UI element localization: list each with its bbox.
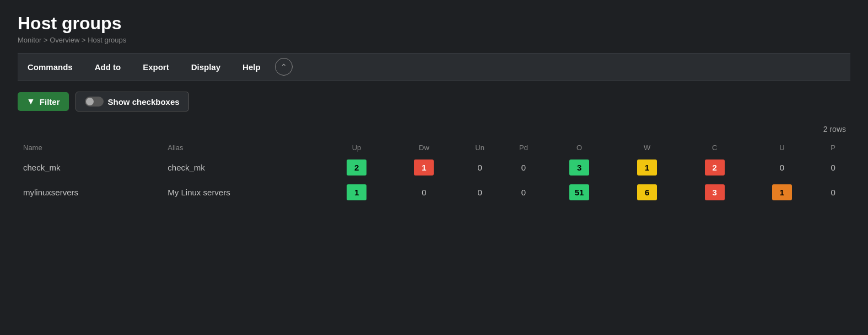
badge-o-0: 3 [569, 159, 589, 176]
table-body: check_mkcheck_mk210031200mylinuxserversM… [18, 155, 850, 205]
col-header-up: Up [323, 140, 390, 155]
filter-icon: ▼ [26, 97, 35, 107]
page-title: Host groups [18, 13, 850, 34]
toolbar-btn-display[interactable]: Display [181, 59, 230, 75]
cell-un-0: 0 [458, 155, 502, 180]
badge-up-0: 2 [347, 159, 366, 176]
cell-dw-0: 1 [390, 155, 457, 180]
badge-c-0: 2 [705, 159, 725, 176]
cell-c-0: 2 [681, 155, 748, 180]
action-bar: ▼ Filter Show checkboxes [18, 92, 850, 111]
breadcrumb: Monitor > Overview > Host groups [18, 36, 850, 44]
show-checkboxes-button[interactable]: Show checkboxes [76, 92, 189, 111]
col-header-name: Name [18, 140, 162, 155]
toolbar-collapse-button[interactable]: ⌃ [275, 58, 293, 76]
toolbar-btn-commands[interactable]: Commands [18, 59, 83, 75]
col-header-w: W [613, 140, 681, 155]
badge-c-1: 3 [705, 184, 725, 200]
cell-un-1: 0 [458, 180, 502, 205]
badge-u-1: 1 [772, 184, 792, 200]
cell-pd-1: 0 [502, 180, 545, 205]
badge-o-1: 51 [569, 184, 590, 200]
cell-o-0: 3 [545, 155, 613, 180]
page-container: Host groups Monitor > Overview > Host gr… [0, 0, 868, 218]
cell-u-1: 1 [748, 180, 816, 205]
rows-info: 2 rows [18, 125, 850, 134]
cell-u-0: 0 [748, 155, 816, 180]
badge-w-1: 6 [637, 184, 657, 200]
toggle-knob [86, 98, 94, 105]
cell-c-1: 3 [681, 180, 748, 205]
cell-p-1: 0 [816, 180, 850, 205]
toolbar-btn-add-to[interactable]: Add to [85, 59, 131, 75]
cell-alias-0: check_mk [162, 155, 323, 180]
cell-name-1: mylinuxservers [18, 180, 162, 205]
col-header-p: P [816, 140, 850, 155]
cell-pd-0: 0 [502, 155, 545, 180]
toolbar-btn-help[interactable]: Help [233, 59, 271, 75]
col-header-dw: Dw [390, 140, 457, 155]
filter-button[interactable]: ▼ Filter [18, 92, 69, 111]
header-row: NameAliasUpDwUnPdOWCUP [18, 140, 850, 155]
cell-w-1: 6 [613, 180, 681, 205]
cell-name-0: check_mk [18, 155, 162, 180]
cell-o-1: 51 [545, 180, 613, 205]
cell-w-0: 1 [613, 155, 681, 180]
cell-up-1: 1 [323, 180, 390, 205]
checkboxes-label: Show checkboxes [108, 97, 180, 107]
badge-w-0: 1 [637, 159, 657, 176]
cell-dw-1: 0 [390, 180, 457, 205]
host-groups-table: NameAliasUpDwUnPdOWCUP check_mkcheck_mk2… [18, 140, 850, 205]
badge-up-1: 1 [347, 184, 366, 200]
filter-label: Filter [40, 97, 60, 107]
toolbar: CommandsAdd toExportDisplayHelp⌃ [18, 53, 850, 81]
table-header: NameAliasUpDwUnPdOWCUP [18, 140, 850, 155]
table-row[interactable]: check_mkcheck_mk210031200 [18, 155, 850, 180]
table-row[interactable]: mylinuxserversMy Linux servers1000516310 [18, 180, 850, 205]
cell-p-0: 0 [816, 155, 850, 180]
toolbar-btn-export[interactable]: Export [133, 59, 179, 75]
cell-up-0: 2 [323, 155, 390, 180]
col-header-o: O [545, 140, 613, 155]
col-header-un: Un [458, 140, 502, 155]
cell-alias-1: My Linux servers [162, 180, 323, 205]
toggle-switch [85, 97, 104, 107]
col-header-pd: Pd [502, 140, 545, 155]
col-header-c: C [681, 140, 748, 155]
badge-dw-0: 1 [414, 159, 434, 176]
col-header-u: U [748, 140, 816, 155]
col-header-alias: Alias [162, 140, 323, 155]
